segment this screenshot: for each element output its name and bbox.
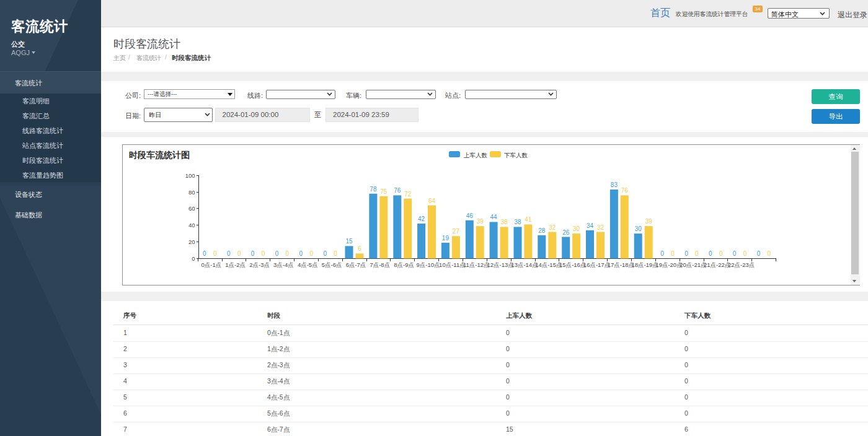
svg-text:7点-8点: 7点-8点 xyxy=(370,261,390,268)
svg-text:38: 38 xyxy=(500,219,508,225)
svg-text:0: 0 xyxy=(767,250,771,257)
svg-text:75: 75 xyxy=(380,188,388,195)
svg-text:6点-7点: 6点-7点 xyxy=(345,261,366,268)
svg-text:83: 83 xyxy=(610,181,618,188)
svg-text:0: 0 xyxy=(275,250,278,257)
svg-text:80: 80 xyxy=(188,189,195,196)
svg-text:0: 0 xyxy=(261,250,265,257)
svg-text:19点-20点: 19点-20点 xyxy=(655,261,682,268)
svg-text:38: 38 xyxy=(514,219,521,225)
svg-text:0: 0 xyxy=(684,250,688,257)
svg-text:26: 26 xyxy=(562,229,570,236)
svg-text:0: 0 xyxy=(671,250,675,257)
svg-text:44: 44 xyxy=(490,214,497,220)
svg-text:40: 40 xyxy=(188,222,195,229)
svg-text:2点-3点: 2点-3点 xyxy=(249,261,270,268)
svg-text:0: 0 xyxy=(743,250,746,257)
svg-text:0: 0 xyxy=(203,250,206,257)
svg-text:0: 0 xyxy=(660,250,664,257)
svg-text:8点-9点: 8点-9点 xyxy=(394,261,414,268)
svg-text:0: 0 xyxy=(192,255,195,262)
svg-text:3点-4点: 3点-4点 xyxy=(273,261,294,268)
svg-text:28: 28 xyxy=(538,227,546,234)
svg-text:20: 20 xyxy=(188,238,195,245)
svg-text:0: 0 xyxy=(756,250,760,257)
svg-text:0: 0 xyxy=(709,250,712,257)
svg-text:0: 0 xyxy=(213,250,217,257)
svg-text:32: 32 xyxy=(549,224,556,231)
svg-text:0: 0 xyxy=(323,250,327,257)
svg-text:32: 32 xyxy=(596,224,604,231)
svg-text:30: 30 xyxy=(573,225,580,232)
svg-text:0: 0 xyxy=(237,250,241,257)
svg-text:34: 34 xyxy=(586,222,593,229)
svg-text:64: 64 xyxy=(428,198,435,204)
svg-text:0: 0 xyxy=(250,250,254,257)
svg-text:4点-5点: 4点-5点 xyxy=(297,261,317,268)
svg-text:42: 42 xyxy=(418,216,425,222)
svg-text:0: 0 xyxy=(732,250,736,257)
svg-text:15点-16点: 15点-16点 xyxy=(559,261,585,268)
svg-text:0: 0 xyxy=(309,250,313,257)
svg-text:16点-17点: 16点-17点 xyxy=(583,261,609,268)
svg-text:72: 72 xyxy=(404,191,412,198)
svg-text:17点-18点: 17点-18点 xyxy=(607,261,634,268)
svg-text:46: 46 xyxy=(466,212,473,219)
svg-text:11点-12点: 11点-12点 xyxy=(463,261,490,268)
svg-text:9点-10点: 9点-10点 xyxy=(416,261,440,268)
svg-text:0: 0 xyxy=(719,250,722,257)
svg-text:39: 39 xyxy=(645,218,652,225)
svg-text:76: 76 xyxy=(394,187,401,194)
svg-text:20点-21点: 20点-21点 xyxy=(680,261,706,268)
svg-text:19: 19 xyxy=(441,235,449,242)
svg-text:30: 30 xyxy=(634,225,642,232)
svg-text:78: 78 xyxy=(370,186,377,193)
svg-text:0点-1点: 0点-1点 xyxy=(201,261,221,268)
svg-text:10点-11点: 10点-11点 xyxy=(439,261,466,268)
svg-text:100: 100 xyxy=(185,172,195,179)
svg-text:41: 41 xyxy=(525,216,532,223)
svg-text:1点-2点: 1点-2点 xyxy=(225,261,246,268)
svg-text:21点-22点: 21点-22点 xyxy=(704,261,730,268)
svg-text:18点-19点: 18点-19点 xyxy=(631,261,658,268)
svg-text:0: 0 xyxy=(334,250,337,257)
svg-text:60: 60 xyxy=(188,205,195,212)
svg-text:0: 0 xyxy=(299,250,303,257)
svg-text:5点-6点: 5点-6点 xyxy=(321,261,342,268)
svg-text:0: 0 xyxy=(285,250,289,257)
svg-text:12点-13点: 12点-13点 xyxy=(487,261,513,268)
svg-text:22点-23点: 22点-23点 xyxy=(727,261,754,268)
svg-text:6: 6 xyxy=(358,245,361,252)
svg-text:0: 0 xyxy=(695,250,699,257)
svg-text:39: 39 xyxy=(476,218,484,225)
svg-text:0: 0 xyxy=(227,250,231,257)
svg-text:15: 15 xyxy=(345,238,353,245)
svg-text:76: 76 xyxy=(621,187,628,194)
svg-text:14点-15点: 14点-15点 xyxy=(535,261,562,268)
svg-text:27: 27 xyxy=(452,228,459,235)
svg-text:13点-14点: 13点-14点 xyxy=(511,261,538,268)
